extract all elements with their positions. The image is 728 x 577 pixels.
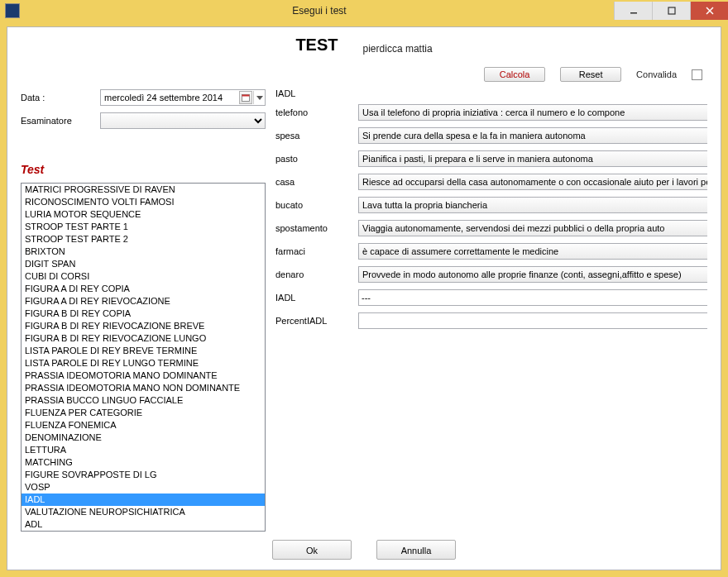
list-item[interactable]: MATRICI PROGRESSIVE DI RAVEN — [22, 184, 265, 196]
field-label: PercentIADL — [275, 316, 358, 326]
calcola-button[interactable]: Calcola — [484, 67, 545, 82]
list-item[interactable]: FIGURA A DI REY RIEVOCAZIONE — [22, 295, 265, 308]
field-label: spostamento — [275, 223, 358, 233]
bucato-select[interactable]: Lava tutta la propria biancheria — [358, 197, 707, 213]
data-datepicker[interactable]: mercoledì 24 settembre 2014 — [100, 89, 266, 106]
page-title: TEST — [295, 36, 338, 55]
list-item[interactable]: LETTURA — [22, 444, 265, 456]
patient-name: pierdicca mattia — [363, 43, 433, 55]
test-section-title: Test — [21, 163, 266, 176]
list-item[interactable]: VOSP — [22, 481, 265, 494]
field-label: denaro — [275, 269, 358, 279]
content-panel: TEST pierdicca mattia Calcola Reset Conv… — [7, 26, 721, 570]
svg-rect-3 — [242, 95, 250, 97]
calendar-icon[interactable] — [239, 91, 252, 104]
denaro-select[interactable]: Provvede in modo autonomo alle proprie f… — [358, 266, 707, 283]
field-label: bucato — [275, 200, 358, 210]
list-item[interactable]: PRASSIA BUCCO LINGUO FACCIALE — [22, 394, 265, 407]
field-label: spesa — [275, 131, 358, 141]
IADL-input[interactable] — [358, 289, 707, 306]
field-row: casaRiesce ad occuparsi della casa auton… — [275, 173, 707, 191]
esaminatore-label: Esaminatore — [21, 116, 100, 126]
field-row: PercentIADL — [275, 312, 707, 330]
list-item[interactable]: STROOP TEST PARTE 2 — [22, 233, 265, 246]
header-row: TEST pierdicca mattia — [21, 36, 707, 59]
iadl-title: IADL — [275, 88, 707, 98]
farmaci-select[interactable]: è capace di assumere correttamente le me… — [358, 243, 707, 260]
telefono-select[interactable]: Usa il telefono di propria iniziativa : … — [358, 104, 707, 121]
list-item[interactable]: FLUENZA FONEMICA — [22, 419, 265, 432]
maximize-button[interactable] — [652, 2, 690, 20]
minimize-icon — [630, 7, 638, 15]
field-label: casa — [275, 177, 358, 187]
svg-rect-1 — [668, 7, 675, 14]
app-icon — [5, 3, 20, 18]
field-label: farmaci — [275, 246, 358, 256]
convalida-checkbox[interactable] — [692, 69, 702, 80]
field-label: pasto — [275, 154, 358, 164]
list-item[interactable]: LISTA PAROLE DI REY BREVE TERMINE — [22, 345, 265, 357]
list-item[interactable]: FIGURA B DI REY RIEVOCAZIONE LUNGO — [22, 332, 265, 345]
list-item[interactable]: DIGIT SPAN — [22, 258, 265, 270]
maximize-icon — [668, 7, 676, 15]
list-item[interactable]: PRASSIA IDEOMOTORIA MANO DOMINANTE — [22, 370, 265, 382]
list-item[interactable]: FIGURE SOVRAPPOSTE DI LG — [22, 469, 265, 481]
casa-select[interactable]: Riesce ad occuparsi della casa autonomam… — [358, 174, 707, 190]
PercentIADL-input[interactable] — [358, 312, 707, 329]
convalida-label: Convalida — [636, 69, 677, 79]
titlebar: Esegui i test — [0, 0, 728, 21]
list-item[interactable]: VALUTAZIONE NEUROPSICHIATRICA — [22, 506, 265, 518]
list-item[interactable]: LISTA PAROLE DI REY LUNGO TERMINE — [22, 357, 265, 370]
list-item[interactable]: STROOP TEST PARTE 1 — [22, 221, 265, 233]
list-item[interactable]: ADL — [22, 518, 265, 531]
list-item[interactable]: PRASSIA IDEOMOTORIA MANO NON DOMINANTE — [22, 382, 265, 394]
list-item[interactable]: FIGURA A DI REY COPIA — [22, 283, 265, 295]
field-label: telefono — [275, 107, 358, 117]
test-listbox[interactable]: MATRICI PROGRESSIVE DI RAVENRICONOSCIMEN… — [21, 183, 266, 532]
list-item[interactable]: IADL — [22, 494, 265, 506]
footer: Ok Annulla — [21, 540, 707, 560]
list-item[interactable]: BRIXTON — [22, 246, 265, 258]
pasto-select[interactable]: Pianifica i pasti, li prepara e li serve… — [358, 150, 707, 167]
field-row: denaroProvvede in modo autonomo alle pro… — [275, 265, 707, 284]
list-item[interactable]: CUBI DI CORSI — [22, 270, 265, 283]
field-row: pastoPianifica i pasti, li prepara e li … — [275, 150, 707, 168]
close-button[interactable] — [690, 2, 728, 20]
minimize-button[interactable] — [614, 2, 652, 20]
field-label: IADL — [275, 293, 358, 303]
field-row: farmaciè capace di assumere correttament… — [275, 242, 707, 260]
list-item[interactable]: RICONOSCIMENTO VOLTI FAMOSI — [22, 196, 265, 208]
spesa-select[interactable]: Si prende cura della spesa e la fa in ma… — [358, 127, 707, 144]
field-row: bucatoLava tutta la propria biancheria — [275, 196, 707, 214]
list-item[interactable]: MATCHING — [22, 456, 265, 469]
spostamento-select[interactable]: Viaggia autonomamente, servendosi dei me… — [358, 220, 707, 236]
annulla-button[interactable]: Annulla — [376, 540, 456, 560]
field-row: telefonoUsa il telefono di propria inizi… — [275, 103, 707, 122]
list-item[interactable]: FIGURA B DI REY RIEVOCAZIONE BREVE — [22, 320, 265, 332]
close-icon — [706, 7, 714, 15]
field-row: IADL — [275, 288, 707, 307]
svg-rect-0 — [630, 12, 637, 14]
window-title: Esegui i test — [25, 5, 614, 17]
list-item[interactable]: FLUENZA PER CATEGORIE — [22, 407, 265, 419]
data-value: mercoledì 24 settembre 2014 — [104, 93, 223, 103]
list-item[interactable]: LURIA MOTOR SEQUENCE — [22, 208, 265, 221]
field-row: spostamentoViaggia autonomamente, serven… — [275, 219, 707, 237]
field-row: spesaSi prende cura della spesa e la fa … — [275, 126, 707, 145]
ok-button[interactable]: Ok — [272, 540, 352, 560]
esaminatore-select[interactable] — [100, 112, 266, 129]
date-dropdown-icon[interactable] — [253, 91, 265, 104]
action-row: Calcola Reset Convalida — [21, 64, 707, 85]
reset-button[interactable]: Reset — [560, 67, 621, 82]
list-item[interactable]: DENOMINAZIONE — [22, 432, 265, 444]
list-item[interactable]: FIGURA B DI REY COPIA — [22, 308, 265, 320]
data-label: Data : — [21, 93, 100, 103]
